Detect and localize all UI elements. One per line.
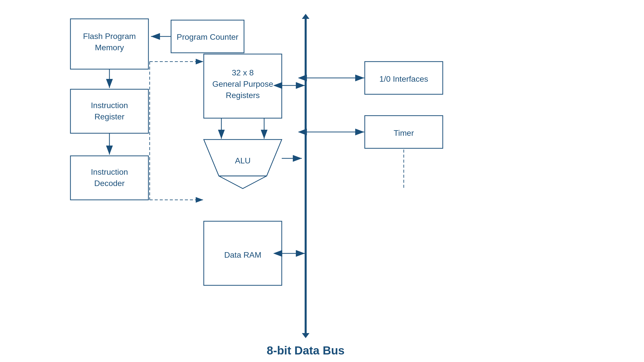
gpr-label1: 32 x 8 bbox=[232, 68, 254, 77]
instruction-decoder-box bbox=[70, 156, 148, 200]
flash-program-memory-label: Flash Program bbox=[83, 32, 136, 41]
alu-tip bbox=[219, 176, 267, 189]
timer-label: Timer bbox=[394, 128, 414, 138]
gpr-label3: Registers bbox=[226, 91, 260, 100]
instruction-decoder-label2: Decoder bbox=[94, 179, 125, 188]
program-counter-label: Program Counter bbox=[177, 32, 238, 41]
instruction-register-label: Instruction bbox=[91, 101, 128, 110]
flash-program-memory-label2: Memory bbox=[95, 43, 124, 52]
io-interfaces-label: 1/0 Interfaces bbox=[379, 74, 428, 83]
bus-arrow-up bbox=[302, 14, 309, 19]
alu-label: ALU bbox=[235, 156, 251, 165]
data-bus-label: 8-bit Data Bus bbox=[267, 344, 344, 357]
bus-arrow-down bbox=[302, 333, 309, 338]
instruction-decoder-label: Instruction bbox=[91, 167, 128, 176]
diagram-container: Flash Program Memory Program Counter Ins… bbox=[0, 0, 644, 362]
instruction-register-label2: Register bbox=[94, 112, 125, 121]
gpr-label2: General Purpose bbox=[212, 79, 273, 88]
data-ram-label: Data RAM bbox=[224, 250, 261, 259]
instruction-register-box bbox=[70, 89, 148, 133]
